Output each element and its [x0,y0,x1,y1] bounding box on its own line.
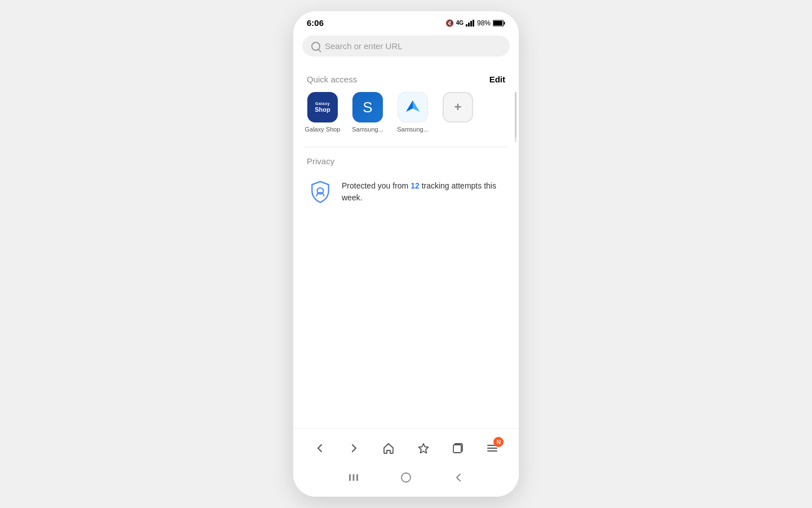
search-bar[interactable]: Search or enter URL [302,36,510,56]
add-icon: + [443,92,473,122]
svg-rect-2 [470,21,472,27]
svg-rect-19 [356,474,358,481]
svg-rect-6 [493,21,502,25]
phone-frame: 6:06 🔇 4G 98% [293,11,519,497]
search-placeholder: Search or enter URL [325,41,403,51]
privacy-message-part1: Protected you from [342,181,411,190]
search-icon [311,42,320,51]
privacy-card: Protected you from 12 tracking attempts … [307,174,505,210]
samsung-s-label: Samsung... [352,126,383,133]
recent-apps-button[interactable] [345,468,363,487]
svg-marker-8 [413,100,420,112]
quick-access-add[interactable]: + [438,92,478,126]
tabs-button[interactable] [448,438,468,458]
signal-4g-icon: 4G [456,20,464,26]
scroll-indicator [515,92,517,142]
svg-marker-11 [418,444,428,453]
bookmark-button[interactable] [413,438,434,458]
shield-icon-container [307,178,334,205]
battery-icon [493,20,505,27]
mute-icon: 🔇 [445,19,454,27]
quick-access-row: Galaxy Shop Galaxy Shop S Samsung... [293,92,519,142]
browser-nav: N [293,435,519,464]
main-content: Quick access Edit Galaxy Shop Galaxy Sho… [293,63,519,428]
search-bar-container: Search or enter URL [293,32,519,63]
signal-bars-icon [466,20,475,27]
svg-rect-17 [349,474,351,481]
svg-rect-0 [466,24,467,27]
quick-access-samsung-s[interactable]: S Samsung... [347,92,388,133]
samsung-arrow-icon [398,92,428,122]
svg-point-20 [401,473,411,482]
menu-button[interactable]: N [482,438,502,458]
privacy-section: Privacy Protected you from 12 tracking a… [293,156,519,210]
divider [304,147,508,147]
svg-rect-1 [468,23,470,27]
scroll-thumb [515,92,517,137]
system-back-button[interactable] [449,468,467,487]
quick-access-title: Quick access [307,75,357,84]
samsung-arrow-label: Samsung... [397,126,429,133]
galaxy-shop-icon: Galaxy Shop [307,92,338,122]
privacy-tracking-count: 12 [411,181,420,190]
privacy-title: Privacy [307,156,505,166]
galaxy-shop-label: Galaxy Shop [305,126,341,133]
battery-text: 98% [477,19,491,27]
back-button[interactable] [310,438,330,458]
quick-access-samsung-arrow[interactable]: Samsung... [392,92,433,133]
system-home-button[interactable] [397,468,415,487]
home-button[interactable] [378,438,399,458]
status-icons: 🔇 4G 98% [445,19,505,27]
bottom-nav: N [293,428,519,497]
svg-marker-9 [406,100,413,112]
svg-rect-3 [473,20,474,27]
status-time: 6:06 [307,18,324,28]
svg-rect-5 [504,21,505,24]
shield-icon [308,179,333,204]
menu-badge: N [493,437,504,447]
edit-button[interactable]: Edit [489,75,505,84]
forward-button[interactable] [344,438,364,458]
status-bar: 6:06 🔇 4G 98% [293,11,519,32]
system-nav [293,464,519,493]
quick-access-galaxy-shop[interactable]: Galaxy Shop Galaxy Shop [302,92,343,133]
quick-access-header: Quick access Edit [293,69,519,92]
svg-rect-18 [352,474,354,481]
samsung-s-icon: S [352,92,383,122]
svg-rect-13 [453,445,461,453]
privacy-text: Protected you from 12 tracking attempts … [342,180,505,204]
